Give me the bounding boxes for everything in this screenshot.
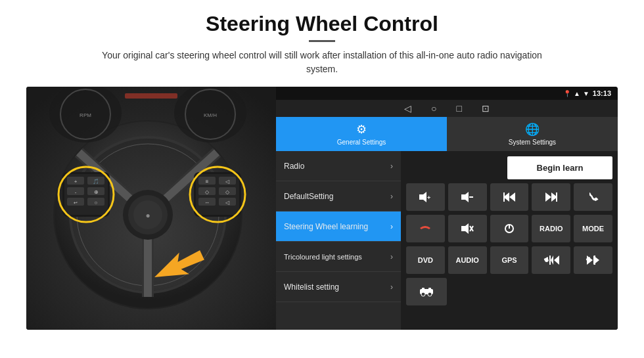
svg-marker-54: [419, 192, 426, 202]
page-subtitle: Your original car's steering wheel contr…: [85, 49, 559, 76]
svg-text:◇: ◇: [205, 189, 210, 195]
nav-menu[interactable]: ⊡: [482, 103, 490, 114]
vol-down-button[interactable]: [448, 183, 487, 211]
menu-arrow-whitelist: ›: [390, 282, 393, 292]
menu-arrow-radio: ›: [390, 162, 393, 171]
svg-text:+: +: [427, 194, 430, 201]
svg-text:+: +: [74, 179, 78, 185]
svg-marker-70: [554, 256, 559, 265]
phone-prev-button[interactable]: [532, 246, 570, 274]
hang-up-button[interactable]: [406, 215, 445, 242]
tab-system-label: System Settings: [509, 139, 556, 146]
svg-marker-59: [509, 192, 515, 202]
page-title: Steering Wheel Control: [206, 12, 438, 36]
svg-text:🎵: 🎵: [93, 178, 99, 185]
menu-arrow-steering: ›: [390, 222, 393, 231]
control-row-3: DVD AUDIO GPS: [406, 246, 612, 274]
general-settings-icon: ⚙: [356, 122, 367, 137]
wifi-icon: ▼: [583, 90, 589, 97]
svg-marker-56: [461, 192, 469, 202]
phone-next-button[interactable]: [574, 246, 612, 274]
system-settings-icon: 🌐: [525, 122, 540, 137]
svg-marker-64: [461, 223, 469, 234]
radio-button[interactable]: RADIO: [532, 215, 570, 242]
svg-rect-60: [503, 192, 505, 202]
svg-marker-62: [545, 192, 551, 202]
power-button[interactable]: [490, 215, 529, 242]
svg-marker-73: [587, 256, 593, 265]
nav-bar: ◁ ○ □ ⊡: [276, 100, 618, 117]
svg-text:-: -: [75, 189, 77, 195]
gps-button[interactable]: GPS: [490, 246, 529, 274]
svg-point-78: [421, 292, 425, 296]
begin-learn-row: Begin learn: [406, 156, 612, 179]
nav-recent[interactable]: □: [457, 103, 462, 114]
svg-text:○: ○: [95, 200, 98, 206]
svg-point-79: [428, 292, 432, 296]
mute-button[interactable]: [448, 215, 487, 242]
dvd-button[interactable]: DVD: [406, 246, 445, 274]
tab-system[interactable]: 🌐 System Settings: [447, 117, 618, 151]
svg-rect-63: [556, 192, 557, 202]
svg-text:RPM: RPM: [80, 112, 91, 118]
extra-button[interactable]: [406, 278, 447, 305]
audio-button[interactable]: AUDIO: [448, 246, 487, 274]
vol-up-button[interactable]: +: [406, 183, 445, 211]
mode-button[interactable]: MODE: [574, 215, 612, 242]
menu-arrow-tricoloured: ›: [390, 252, 393, 261]
svg-text:●: ●: [145, 211, 150, 220]
control-row-4: [406, 278, 612, 305]
menu-item-tricoloured[interactable]: Tricoloured light settings ›: [276, 242, 401, 272]
title-divider: [309, 40, 335, 42]
svg-rect-77: [428, 288, 431, 290]
control-panel: Begin learn +: [401, 151, 618, 330]
status-bar: 📍 ▲ ▼ 13:13: [276, 87, 618, 100]
phone-button[interactable]: [574, 183, 612, 211]
menu-item-radio[interactable]: Radio ›: [276, 151, 401, 181]
svg-marker-69: [551, 256, 553, 265]
tab-general[interactable]: ⚙ General Settings: [276, 117, 447, 151]
menu-list: Radio › DefaultSetting › Steering Wheel …: [276, 151, 401, 330]
prev-track-button[interactable]: [490, 183, 529, 211]
signal-icon: ▲: [574, 90, 580, 97]
android-main: Radio › DefaultSetting › Steering Wheel …: [276, 151, 618, 330]
nav-home[interactable]: ○: [431, 103, 436, 114]
android-screen: 📍 ▲ ▼ 13:13 ◁ ○ □ ⊡ ⚙ General Settings: [276, 87, 618, 330]
control-row-2: RADIO MODE: [406, 215, 612, 242]
tabs-row: ⚙ General Settings 🌐 System Settings: [276, 117, 618, 151]
svg-text:⊕: ⊕: [94, 189, 99, 195]
svg-rect-76: [422, 288, 425, 290]
status-icons: 📍 ▲ ▼: [563, 90, 589, 97]
svg-text:↩: ↩: [74, 200, 78, 205]
svg-text:≡: ≡: [206, 179, 209, 185]
svg-rect-71: [549, 256, 551, 265]
svg-text:◁: ◁: [225, 200, 230, 206]
svg-text:↔: ↔: [204, 200, 210, 206]
svg-text:◁: ◁: [225, 179, 230, 185]
menu-item-whitelist[interactable]: Whitelist setting ›: [276, 272, 401, 302]
status-time: 13:13: [593, 89, 611, 97]
menu-item-default[interactable]: DefaultSetting ›: [276, 181, 401, 212]
nav-back[interactable]: ◁: [404, 103, 411, 114]
tab-general-label: General Settings: [337, 139, 386, 146]
menu-item-steering[interactable]: Steering Wheel learning ›: [276, 212, 401, 242]
svg-text:KM/H: KM/H: [204, 112, 217, 118]
svg-text:◇: ◇: [225, 189, 230, 195]
svg-rect-53: [125, 93, 177, 99]
menu-arrow-default: ›: [390, 192, 393, 201]
location-icon: 📍: [563, 90, 571, 97]
begin-learn-button[interactable]: Begin learn: [507, 156, 612, 179]
control-row-1: +: [406, 183, 612, 211]
steering-wheel-area: ● + - ↩ 🎵 ⊕ ○: [26, 87, 276, 330]
svg-rect-74: [594, 256, 595, 265]
next-track-button[interactable]: [532, 183, 570, 211]
